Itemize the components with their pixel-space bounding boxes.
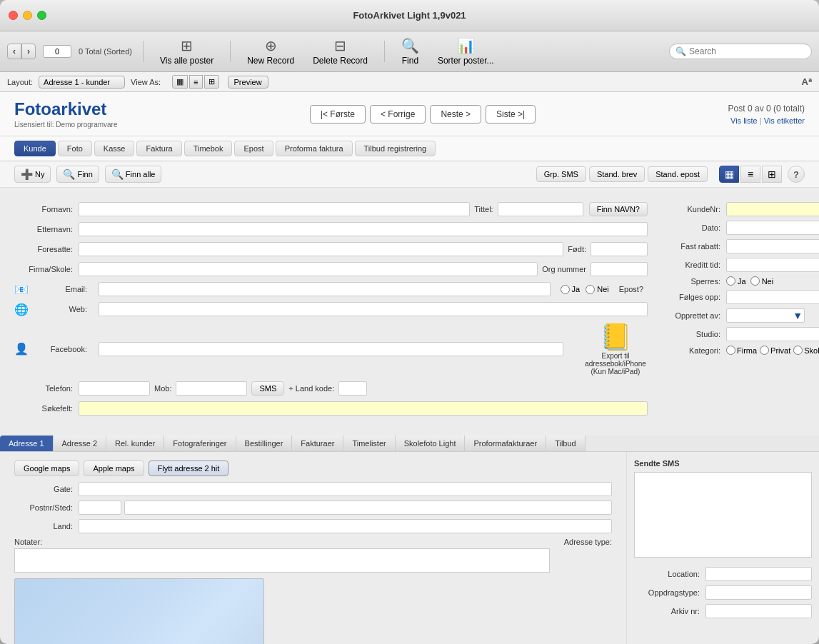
- tab-foto[interactable]: Foto: [58, 141, 92, 156]
- sub-tab-skolefoto-light[interactable]: Skolefoto Light: [396, 436, 466, 451]
- flytt-adresse-button[interactable]: Flytt adresse 2 hit: [149, 461, 229, 476]
- telefon-input[interactable]: [79, 381, 150, 396]
- find-button[interactable]: 🔍 Find: [396, 36, 425, 67]
- view-form-button[interactable]: ▦: [172, 75, 188, 89]
- vis-alle-poster-button[interactable]: ⊞ Vis alle poster: [154, 36, 219, 67]
- land-input[interactable]: [79, 519, 612, 533]
- sperres-nei-label: Nei: [750, 276, 774, 286]
- close-button[interactable]: [9, 11, 18, 20]
- new-record-button[interactable]: ⊕ New Record: [241, 36, 300, 67]
- kategori-skole-radio[interactable]: [793, 346, 803, 355]
- gate-input[interactable]: [79, 482, 612, 496]
- sub-tab-proformafakturaer[interactable]: Proformafakturaer: [465, 436, 546, 451]
- notater-section: Notater:: [14, 538, 550, 573]
- sub-tab-rel.-kunder[interactable]: Rel. kunder: [106, 436, 164, 451]
- tittel-input[interactable]: [498, 202, 583, 216]
- stand-brev-button[interactable]: Stand. brev: [589, 166, 645, 182]
- tab-kunde[interactable]: Kunde: [14, 141, 56, 156]
- firma-input[interactable]: [79, 262, 538, 276]
- org-input[interactable]: [591, 262, 648, 276]
- table-view-icon[interactable]: ⊞: [762, 166, 782, 183]
- folges-opp-input[interactable]: [726, 290, 819, 304]
- minimize-button[interactable]: [23, 11, 32, 20]
- grp-sms-button[interactable]: Grp. SMS: [536, 166, 586, 182]
- neste-button[interactable]: Neste >: [430, 105, 481, 124]
- finn-alle-button[interactable]: 🔍 Finn alle: [105, 166, 162, 183]
- tab-epost[interactable]: Epost: [234, 141, 273, 156]
- sms-button[interactable]: SMS: [251, 381, 284, 396]
- fullscreen-button[interactable]: [37, 11, 46, 20]
- kategori-row: Kategori: Firma Privat Skole: [662, 346, 805, 355]
- sub-tab-timelister[interactable]: Timelister: [343, 436, 395, 451]
- web-icon: 🌐: [14, 303, 29, 316]
- sub-tab-fakturaer[interactable]: Fakturaer: [292, 436, 343, 451]
- record-number-input[interactable]: 0: [43, 45, 71, 58]
- sub-tab-fotograferinger[interactable]: Fotograferinger: [164, 436, 236, 451]
- mob-input[interactable]: [176, 381, 247, 396]
- kundnr-label: KundeNr:: [662, 205, 726, 213]
- view-table-button[interactable]: ⊞: [204, 75, 219, 89]
- kreditt-tid-input[interactable]: [726, 258, 819, 272]
- finn-navn-button[interactable]: Finn NAVN?: [589, 202, 648, 216]
- help-button[interactable]: ?: [788, 166, 805, 183]
- opprettet-av-row: Opprettet av: ▼: [662, 308, 805, 323]
- location-input[interactable]: [705, 567, 812, 581]
- tab-proforma-faktura[interactable]: Proforma faktura: [276, 141, 353, 156]
- google-maps-button[interactable]: Google maps: [14, 461, 79, 476]
- fodt-input[interactable]: [591, 242, 648, 256]
- web-input[interactable]: [99, 302, 648, 316]
- facebook-input[interactable]: [99, 342, 563, 356]
- view-list-button[interactable]: ≡: [189, 75, 202, 89]
- form-view-icon[interactable]: ▦: [719, 166, 739, 183]
- forrige-button[interactable]: < Forrige: [370, 105, 426, 124]
- land-kode-input[interactable]: [338, 381, 367, 396]
- tab-tilbud-registrering[interactable]: Tilbud registrering: [355, 141, 436, 156]
- fast-rabatt-input[interactable]: [726, 239, 819, 253]
- list-view-icon[interactable]: ≡: [740, 166, 760, 183]
- apple-maps-button[interactable]: Apple maps: [84, 461, 144, 476]
- email-input[interactable]: [99, 282, 551, 296]
- oppdragstype-input[interactable]: [705, 585, 812, 600]
- sub-tab-adresse-2[interactable]: Adresse 2: [54, 436, 107, 451]
- search-input[interactable]: [689, 46, 805, 56]
- sted-input[interactable]: [124, 500, 612, 515]
- sorter-button[interactable]: 📊 Sorter poster...: [432, 36, 500, 67]
- dato-input[interactable]: [726, 221, 819, 235]
- email-ja-radio[interactable]: [561, 285, 570, 294]
- nav-forward-button[interactable]: ›: [21, 44, 36, 59]
- forste-button[interactable]: |< Første: [310, 105, 366, 124]
- fornavn-input[interactable]: [79, 202, 470, 216]
- tab-kasse[interactable]: Kasse: [94, 141, 135, 156]
- siste-button[interactable]: Siste >|: [486, 105, 536, 124]
- sperres-nei-radio[interactable]: [750, 276, 760, 286]
- sub-tab-tilbud[interactable]: Tilbud: [546, 436, 586, 451]
- sperres-ja-radio[interactable]: [726, 276, 735, 286]
- delete-record-button[interactable]: ⊟ Delete Record: [307, 36, 373, 67]
- nav-back-button[interactable]: ‹: [7, 44, 21, 59]
- sokefelt-input[interactable]: [79, 401, 648, 416]
- vis-liste-link[interactable]: Vis liste: [730, 116, 758, 125]
- finn-button[interactable]: 🔍 Finn: [56, 166, 99, 183]
- kundnr-input[interactable]: [726, 202, 819, 216]
- vis-etiketter-link[interactable]: Vis etiketter: [764, 116, 805, 125]
- foresatte-input[interactable]: [79, 242, 563, 256]
- sub-tab-adresse-1[interactable]: Adresse 1: [0, 436, 54, 451]
- sms-textarea[interactable]: [634, 472, 812, 558]
- kategori-privat-radio[interactable]: [760, 346, 769, 355]
- tab-timebok[interactable]: Timebok: [184, 141, 233, 156]
- sub-tab-bestillinger[interactable]: Bestillinger: [236, 436, 293, 451]
- email-nei-radio[interactable]: [586, 285, 595, 294]
- opprettet-av-dropdown[interactable]: ▼: [726, 308, 805, 323]
- notater-input[interactable]: [14, 548, 550, 573]
- tab-faktura[interactable]: Faktura: [136, 141, 181, 156]
- kategori-firma-radio[interactable]: [726, 346, 735, 355]
- ny-button[interactable]: ➕ Ny: [14, 166, 51, 183]
- layout-select[interactable]: Adresse 1 - kunder: [39, 76, 125, 89]
- etternavn-input[interactable]: [79, 222, 648, 236]
- nav-row: Fotoarkivet Lisensiert til: Demo program…: [0, 92, 819, 136]
- preview-button[interactable]: Preview: [228, 76, 268, 89]
- stand-epost-button[interactable]: Stand. epost: [648, 166, 708, 182]
- studio-input[interactable]: [726, 327, 819, 341]
- postnr-input[interactable]: [79, 500, 121, 515]
- arkiv-nr-input[interactable]: [705, 604, 812, 618]
